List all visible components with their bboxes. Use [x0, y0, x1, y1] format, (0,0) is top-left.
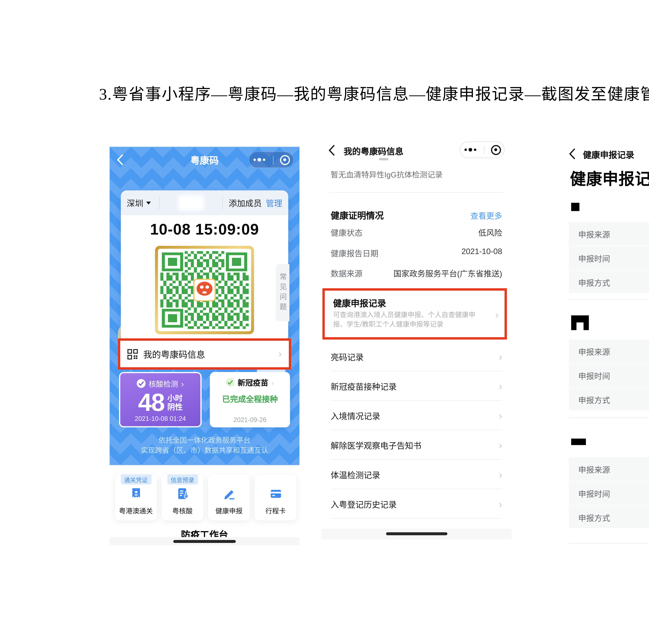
add-member-button[interactable]: 添加成员	[229, 197, 262, 209]
capsule-divider	[484, 145, 484, 154]
declare-records-entry[interactable]: 健康申报记录 可查询港澳入境人员健康申报、个人自查健康申报、学生/教职工个人健康…	[322, 288, 507, 340]
check-circle-icon	[137, 379, 146, 388]
record-card[interactable]: 申报来源 个人健康申报 申报时间 2021-10-08 15:18:21 申报方…	[569, 222, 649, 293]
service-label: 健康申报	[208, 506, 250, 515]
cert-title: 健康证明情况	[331, 209, 384, 221]
record-row: 申报时间 2021-09-22 10:47:56	[569, 482, 649, 506]
service-shortcuts: 通关凭证 粤港澳通关 信息预录 粤核酸	[115, 475, 297, 521]
divider	[569, 299, 649, 300]
miniprogram-capsule	[249, 152, 294, 168]
view-more-link[interactable]: 查看更多	[470, 209, 502, 221]
record-card[interactable]: 申报来源 个人健康申报 申报时间 2021-09-22 15:26:16 申报方…	[569, 340, 649, 410]
manage-button[interactable]: 管理	[266, 197, 282, 209]
health-code-card: 深圳 添加成员 管理 10-08 15:09:09	[121, 190, 288, 341]
record-row: 申报方式 本人填写	[569, 388, 649, 412]
vaccine-card[interactable]: 新冠疫苗 已完成全程接种 2021-09-26	[210, 372, 290, 427]
service-label: 粤港澳通关	[115, 506, 157, 515]
record-row-label: 申报来源	[578, 228, 610, 240]
record-row-label: 申报方式	[578, 512, 610, 523]
close-target-icon[interactable]	[280, 155, 290, 165]
cert-row-label: 数据来源	[331, 267, 362, 279]
footer-line2: 实现跨省（区、市）数据共享和互通互认	[110, 446, 299, 456]
record-row: 申报来源 个人健康申报	[569, 222, 649, 246]
screenshot-yuekangma: 粤康码 深圳 添加成员 管理	[110, 147, 299, 545]
service-yuehesuan[interactable]: 信息预录 粤核酸	[162, 475, 203, 521]
record-row: 申报来源 个人健康申报	[569, 458, 649, 482]
record-row: 申报方式 本人填写	[569, 506, 649, 529]
faq-tab[interactable]: 常见问题	[276, 264, 289, 321]
record-header[interactable]: 正常	[571, 315, 649, 330]
platform-footer: 依托全国一体化政务服务平台 实现跨省（区、市）数据共享和互通互认	[110, 436, 299, 456]
divider	[569, 543, 649, 544]
nav-bar: 我的粤康码信息	[321, 143, 512, 158]
declare-title: 健康申报记录	[333, 297, 386, 309]
record-row-label: 申报方式	[578, 394, 610, 405]
record-row: 申报方式 本人填写	[569, 270, 649, 294]
service-jiankangshenbao[interactable]: 健康申报	[208, 475, 250, 521]
record-header[interactable]: 正常	[571, 434, 649, 449]
menu-item-label: 入境情况记录	[331, 410, 380, 422]
chevron-right-icon	[499, 470, 502, 479]
cert-row: 健康状态 低风险	[331, 226, 502, 238]
back-icon[interactable]	[569, 148, 575, 162]
menu-item-temperature[interactable]: 体温检测记录	[321, 460, 512, 489]
record-row-label: 申报时间	[578, 487, 610, 499]
pencil-icon	[221, 486, 236, 502]
my-code-info-row[interactable]: 我的粤康码信息	[118, 338, 291, 370]
service-yuegangao[interactable]: 通关凭证 粤港澳通关	[115, 475, 157, 521]
back-icon[interactable]	[328, 145, 335, 158]
menu-item-label: 解除医学观察电子告知书	[331, 439, 422, 451]
nucleic-test-card[interactable]: 核酸检测 48 小时 阴性 2021-10-08 01:24	[119, 372, 202, 427]
vaccine-label: 新冠疫苗	[237, 377, 268, 388]
record-card[interactable]: 申报来源 个人健康申报 申报时间 2021-09-22 10:47:56 申报方…	[569, 458, 649, 528]
cert-row: 数据来源 国家政务服务平台(广东省推送)	[331, 267, 502, 279]
menu-item-medical-release[interactable]: 解除医学观察电子告知书	[321, 430, 512, 460]
nucleic-time: 2021-10-08 01:24	[120, 415, 201, 422]
cert-row-value: 低风险	[478, 226, 502, 238]
menu-item-entry-records[interactable]: 入境情况记录	[321, 401, 512, 430]
page-title: 健康申报记录	[570, 166, 649, 189]
menu-item-ruyue-history[interactable]: 入粤登记历史记录	[321, 489, 512, 519]
menu-item-label: 新冠疫苗接种记录	[331, 380, 397, 392]
nucleic-unit: 小时	[167, 394, 183, 402]
chevron-right-icon	[499, 411, 502, 421]
record-row: 申报时间 2021-09-22 15:26:16	[569, 364, 649, 388]
service-badge: 通关凭证	[121, 475, 151, 484]
record-header[interactable]: 正常	[571, 199, 649, 215]
nav-bar: 粤康码	[110, 152, 299, 168]
record-row-label: 申报时间	[578, 370, 610, 381]
home-indicator[interactable]	[386, 532, 447, 535]
doc-flask-icon	[175, 486, 190, 502]
cert-row: 健康报告日期 2021-10-08	[331, 247, 502, 259]
chevron-right-icon	[499, 499, 502, 509]
qr-pattern	[160, 251, 249, 329]
chevron-right-icon	[181, 379, 184, 388]
service-badge: 信息预录	[167, 475, 198, 484]
menu-item-liangma[interactable]: 亮码记录	[321, 342, 512, 372]
service-label: 行程卡	[255, 506, 297, 515]
chevron-right-icon	[499, 381, 502, 391]
chevron-right-icon	[499, 352, 502, 362]
menu-item-label: 亮码记录	[331, 351, 364, 362]
records-menu: 亮码记录 新冠疫苗接种记录 入境情况记录 解除医学观察电子告知书 体温检测记录 …	[321, 342, 512, 519]
capsule-divider	[273, 156, 273, 164]
screenshot-declare-records: 健康申报记录 健康申报记录 全部来源 正常 申报来源 个人健康申报	[563, 140, 649, 546]
home-indicator[interactable]	[173, 540, 236, 543]
nucleic-result: 阴性	[167, 403, 183, 412]
nav-bar: 健康申报记录	[563, 146, 649, 162]
service-xingchengka[interactable]: 行程卡	[255, 475, 297, 521]
vaccine-date: 2021-09-26	[210, 416, 290, 423]
travel-card-icon	[268, 486, 283, 502]
menu-item-vaccine-records[interactable]: 新冠疫苗接种记录	[321, 372, 512, 401]
timestamp: 10-08 15:09:09	[121, 215, 288, 242]
record-row-label: 申报来源	[578, 345, 610, 357]
cert-row-value: 国家政务服务平台(广东省推送)	[393, 267, 502, 279]
zigzag-background: 粤康码 深圳 添加成员 管理	[110, 147, 299, 465]
redacted-name-blur	[178, 195, 204, 210]
close-target-icon[interactable]	[491, 145, 501, 155]
more-icon[interactable]	[464, 148, 477, 152]
more-icon[interactable]	[253, 158, 266, 161]
record-row: 申报时间 2021-10-08 15:18:21	[569, 246, 649, 270]
city-selector[interactable]: 深圳	[127, 197, 143, 209]
declare-desc: 可查询港澳入境人员健康申报、个人自查健康申报、学生/教职工个人健康申报等记录	[333, 310, 482, 329]
